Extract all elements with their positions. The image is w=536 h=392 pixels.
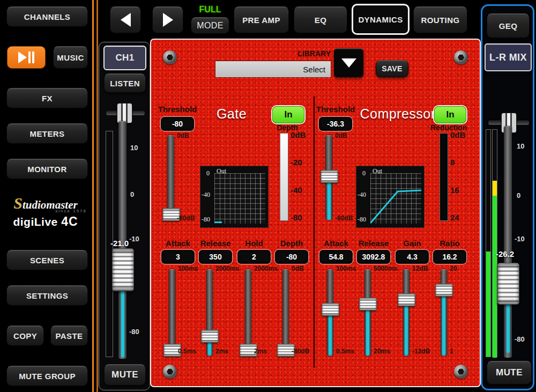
- param-top-label: 5000ms: [374, 265, 397, 272]
- scale-tick: -80: [291, 213, 306, 222]
- play-pause-icon: [18, 51, 34, 63]
- meters-button[interactable]: METERS: [6, 123, 88, 144]
- graph-y-bottom: -80: [202, 216, 210, 224]
- master-meter-left: [486, 129, 491, 357]
- monitor-button[interactable]: MONITOR: [6, 159, 88, 179]
- graph-y-mid: -40: [358, 191, 366, 199]
- sidebar-divider-line: [92, 0, 94, 392]
- play-pause-button[interactable]: [7, 46, 46, 69]
- param-label: Hold: [237, 239, 271, 248]
- param-value: 54.8: [319, 250, 353, 264]
- param-handle[interactable]: [322, 303, 339, 316]
- music-button[interactable]: MUSIC: [53, 46, 88, 69]
- graph-y-mid: -40: [202, 191, 210, 199]
- settings-button[interactable]: SETTINGS: [6, 285, 88, 306]
- scenes-button[interactable]: SCENES: [6, 250, 88, 270]
- fader-handle[interactable]: [112, 248, 134, 291]
- graph-grid: [370, 173, 421, 224]
- left-channel-strip: CH1 LISTEN 10 0 -10 -80 -21.0 MUTE: [99, 42, 150, 390]
- param-fill: [405, 305, 408, 355]
- prev-channel-button[interactable]: [110, 6, 141, 33]
- gate-thr-bottom-label: -80dB: [177, 215, 195, 222]
- param-bottom-label: 0.5ms: [178, 347, 196, 355]
- tab-eq[interactable]: EQ: [294, 6, 347, 33]
- param-handle[interactable]: [398, 293, 415, 306]
- tab-preamp[interactable]: PRE AMP: [234, 6, 289, 33]
- fader-scale-m80: -80: [129, 328, 139, 336]
- param-label: Attack: [161, 239, 195, 248]
- master-select-button[interactable]: L-R MIX: [485, 43, 532, 71]
- param-handle[interactable]: [201, 330, 219, 343]
- comp-thr-bottom-label: -80dB: [335, 215, 353, 222]
- param-track[interactable]: [245, 269, 251, 356]
- gate-depth-meter: [280, 133, 288, 221]
- param-fill: [366, 309, 369, 355]
- fader-scale-0: 0: [517, 191, 520, 199]
- param-top-label: 2000ms: [215, 265, 239, 272]
- param-label: Gain: [395, 239, 429, 248]
- geq-button[interactable]: GEQ: [487, 13, 530, 38]
- mute-button[interactable]: MUTE: [104, 364, 146, 386]
- gate-depth-slider: Depth -80 0dB -80dB: [274, 239, 309, 358]
- comp-in-button[interactable]: In: [434, 106, 466, 123]
- param-track[interactable]: [169, 269, 175, 356]
- fx-button[interactable]: FX: [6, 88, 88, 108]
- fader-scale-10: 10: [130, 144, 138, 152]
- mute-button[interactable]: MUTE: [487, 361, 532, 384]
- mode-status-label: FULL: [191, 5, 229, 14]
- listen-button[interactable]: LISTEN: [104, 73, 146, 93]
- mute-group-button[interactable]: MUTE GROUP: [6, 366, 88, 386]
- paste-button[interactable]: PASTE: [50, 326, 88, 346]
- param-bottom-label: 2ms: [215, 347, 228, 355]
- mode-button[interactable]: MODE: [191, 17, 229, 34]
- meter-fill-green: [493, 196, 497, 358]
- copy-button[interactable]: COPY: [6, 326, 44, 346]
- gate-threshold-track[interactable]: [167, 135, 174, 220]
- comp-threshold-handle[interactable]: [321, 170, 338, 183]
- param-handle[interactable]: [435, 284, 453, 297]
- param-fill: [329, 315, 332, 355]
- param-bottom-label: -12dB: [412, 347, 430, 355]
- comp-meter-scale: 0dB 8 16 24: [450, 131, 465, 222]
- param-value: 350: [199, 250, 232, 264]
- param-bottom-label: 0.5ms: [336, 347, 354, 355]
- param-top-label: 100ms: [336, 265, 356, 272]
- sidebar-divider-line-2: [96, 0, 98, 392]
- gate-thr-top-label: 0dB: [177, 132, 189, 139]
- fader-handle[interactable]: [497, 263, 519, 305]
- channels-button[interactable]: CHANNELS: [6, 6, 88, 27]
- comp-ratio-slider: Ratio 16.2 20 1: [433, 239, 467, 358]
- param-fill: [208, 342, 211, 355]
- compressor-section: Threshold -36.3 Compressor In Reduction …: [315, 40, 479, 384]
- fader-fill: [121, 290, 124, 357]
- channel-select-button[interactable]: CH1: [103, 46, 146, 70]
- scale-tick: 0dB: [450, 131, 465, 139]
- param-top-label: 20: [450, 265, 457, 272]
- scale-tick: 8: [450, 158, 465, 167]
- param-value: 3: [161, 250, 195, 264]
- param-top-label: 12dB: [412, 265, 428, 272]
- param-bottom-label: 20ms: [374, 347, 390, 355]
- scale-tick: -40: [291, 186, 306, 195]
- arrow-right-icon: [163, 13, 173, 27]
- comp-meter-label: Reduction: [418, 123, 480, 132]
- fader-scale-0: 0: [130, 190, 134, 198]
- gate-transfer-graph: 0 Out -40 -80: [200, 166, 268, 227]
- param-handle[interactable]: [359, 298, 377, 310]
- param-top-label: 100ms: [178, 265, 198, 272]
- scale-tick: 0dB: [291, 131, 306, 139]
- gate-meter-label: Depth: [256, 123, 318, 132]
- gate-title: Gate: [183, 106, 280, 122]
- next-channel-button[interactable]: [152, 6, 183, 33]
- comp-attack-slider: Attack 54.8 100ms 0.5ms: [319, 239, 353, 358]
- comp-reduction-meter: [440, 133, 448, 221]
- pan-slider-handle[interactable]: [117, 103, 132, 123]
- master-strip: GEQ L-R MIX 10 0 -10 -80 -26.2 MUTE: [481, 4, 534, 390]
- param-track[interactable]: [282, 269, 289, 356]
- gate-in-button[interactable]: In: [272, 106, 304, 123]
- tab-dynamics[interactable]: DYNAMICS: [352, 4, 410, 35]
- comp-threshold-fill: [327, 183, 331, 220]
- tab-routing[interactable]: ROUTING: [413, 6, 467, 33]
- param-top-label: 0dB: [292, 265, 304, 272]
- param-value: 2: [237, 250, 271, 264]
